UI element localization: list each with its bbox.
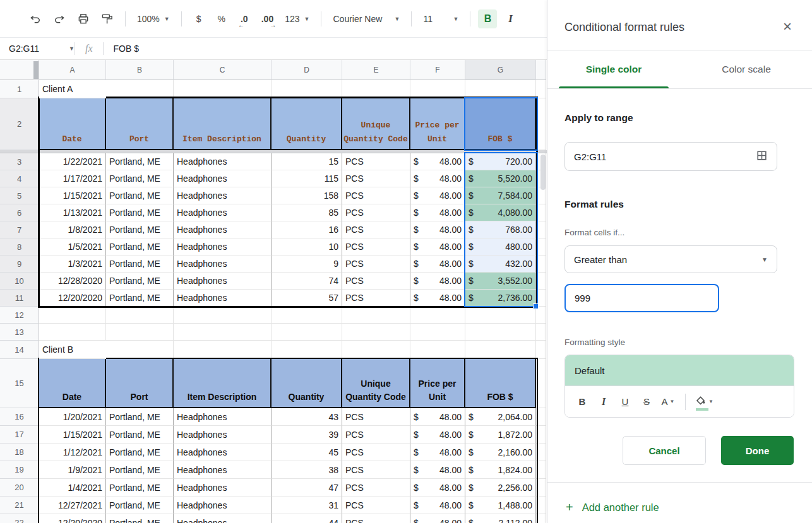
cell-A6[interactable]: 1/13/2021 (39, 204, 106, 221)
cell-C18[interactable]: Headphones (174, 444, 272, 461)
done-button[interactable]: Done (721, 436, 794, 465)
row-header-6[interactable]: 6 (0, 204, 39, 221)
row-header-1[interactable]: 1 (0, 80, 39, 98)
header-cell-C2[interactable]: Item Description (174, 98, 272, 150)
bold-button[interactable]: B (478, 9, 497, 28)
cell-D12[interactable] (272, 307, 342, 324)
row-header-22[interactable]: 22 (0, 514, 39, 523)
cell-E8[interactable]: PCS (342, 238, 410, 256)
cell-D21[interactable]: 31 (272, 497, 342, 514)
cell-A5[interactable]: 1/15/2021 (39, 187, 106, 204)
cell-G20[interactable]: $2,256.00 (465, 479, 536, 497)
cell-E5[interactable]: PCS (342, 187, 410, 204)
row-header-10[interactable]: 10 (0, 273, 39, 290)
cell-G18[interactable]: $2,160.00 (465, 444, 536, 461)
style-strikethrough-button[interactable]: S (638, 393, 655, 411)
header-cell-E2[interactable]: Unique Quantity Code (342, 98, 410, 150)
cell-G9[interactable]: $432.00 (465, 256, 536, 273)
cell-E10[interactable]: PCS (342, 273, 410, 290)
cell-F17[interactable]: $48.00 (410, 426, 465, 444)
decrease-decimal-button[interactable]: .0← (235, 9, 254, 28)
cell-E18[interactable]: PCS (342, 444, 410, 461)
cell-A13[interactable] (39, 324, 106, 341)
cell-C1[interactable] (174, 80, 272, 98)
cell-A12[interactable] (39, 307, 106, 324)
header-cell-B15[interactable]: Port (106, 359, 174, 408)
cell-G22[interactable]: $2,112.00 (465, 514, 536, 523)
column-header-D[interactable]: D (272, 60, 342, 80)
fill-handle[interactable] (533, 303, 539, 309)
header-cell-F2[interactable]: Price per Unit (410, 98, 465, 150)
cell-G3[interactable]: $720.00 (465, 153, 536, 170)
cell-D1[interactable] (272, 80, 342, 98)
cell-B7[interactable]: Portland, ME (106, 221, 174, 238)
format-currency-button[interactable]: $ (189, 9, 208, 28)
freeze-handle[interactable] (33, 61, 39, 79)
cell-A21[interactable]: 12/27/2021 (39, 497, 106, 514)
cell-D14[interactable] (272, 341, 342, 359)
cell-B22[interactable]: Portland, ME (106, 514, 174, 523)
cell-B21[interactable]: Portland, ME (106, 497, 174, 514)
cell-D19[interactable]: 38 (272, 461, 342, 479)
header-cell-G15[interactable]: FOB $ (465, 359, 536, 408)
row-header-5[interactable]: 5 (0, 187, 39, 204)
cell-F6[interactable]: $48.00 (410, 204, 465, 221)
cell-A20[interactable]: 1/4/2021 (39, 479, 106, 497)
row-header-7[interactable]: 7 (0, 221, 39, 238)
row-header-17[interactable]: 17 (0, 426, 39, 444)
cell-F4[interactable]: $48.00 (410, 170, 465, 187)
style-text-color-button[interactable]: A▼ (660, 393, 676, 411)
column-header-G[interactable]: G (465, 60, 536, 80)
cell-C19[interactable]: Headphones (174, 461, 272, 479)
header-cell-G2[interactable]: FOB $ (465, 98, 536, 150)
cell-C16[interactable]: Headphones (174, 408, 272, 426)
cell-E4[interactable]: PCS (342, 170, 410, 187)
cell-E9[interactable]: PCS (342, 256, 410, 273)
cell-D3[interactable]: 15 (272, 153, 342, 170)
print-button[interactable] (73, 9, 93, 28)
row-header-3[interactable]: 3 (0, 153, 39, 170)
increase-decimal-button[interactable]: .00→ (258, 9, 277, 28)
zoom-select[interactable]: 100% ▼ (133, 9, 174, 28)
cell-C4[interactable]: Headphones (174, 170, 272, 187)
cell-G4[interactable]: $5,520.00 (465, 170, 536, 187)
cell-C6[interactable]: Headphones (174, 204, 272, 221)
cell-A19[interactable]: 1/9/2021 (39, 461, 106, 479)
cell-E14[interactable] (342, 341, 410, 359)
cell-A18[interactable]: 1/12/2021 (39, 444, 106, 461)
cell-D4[interactable]: 115 (272, 170, 342, 187)
column-header-C[interactable]: C (174, 60, 272, 80)
cell-D20[interactable]: 47 (272, 479, 342, 497)
column-header-B[interactable]: B (106, 60, 174, 80)
cell-A22[interactable]: 12/20/2020 (39, 514, 106, 523)
column-header-E[interactable]: E (342, 60, 410, 80)
cell-F13[interactable] (410, 324, 465, 341)
row-header-14[interactable]: 14 (0, 341, 39, 359)
cell-D7[interactable]: 16 (272, 221, 342, 238)
row-header-18[interactable]: 18 (0, 444, 39, 461)
add-another-rule-button[interactable]: + Add another rule (566, 500, 659, 515)
cell-F16[interactable]: $48.00 (410, 408, 465, 426)
undo-button[interactable] (25, 9, 45, 28)
cell-F18[interactable]: $48.00 (410, 444, 465, 461)
cell-G16[interactable]: $2,064.00 (465, 408, 536, 426)
cell-E20[interactable]: PCS (342, 479, 410, 497)
cell-B20[interactable]: Portland, ME (106, 479, 174, 497)
row-header-21[interactable]: 21 (0, 497, 39, 514)
cell-G5[interactable]: $7,584.00 (465, 187, 536, 204)
cell-B1[interactable] (106, 80, 174, 98)
cell-A1[interactable]: Client A (39, 80, 106, 98)
cell-B14[interactable] (106, 341, 174, 359)
cell-F10[interactable]: $48.00 (410, 273, 465, 290)
formula-input[interactable]: FOB $ (104, 44, 139, 54)
cell-F11[interactable]: $48.00 (410, 290, 465, 307)
header-cell-F15[interactable]: Price per Unit (410, 359, 465, 408)
cell-D22[interactable]: 44 (272, 514, 342, 523)
header-cell-E15[interactable]: Unique Quantity Code (342, 359, 410, 408)
cell-E3[interactable]: PCS (342, 153, 410, 170)
cell-G17[interactable]: $1,872.00 (465, 426, 536, 444)
row-header-20[interactable]: 20 (0, 479, 39, 497)
select-range-icon[interactable] (756, 150, 768, 163)
row-header-16[interactable]: 16 (0, 408, 39, 426)
cell-D17[interactable]: 39 (272, 426, 342, 444)
